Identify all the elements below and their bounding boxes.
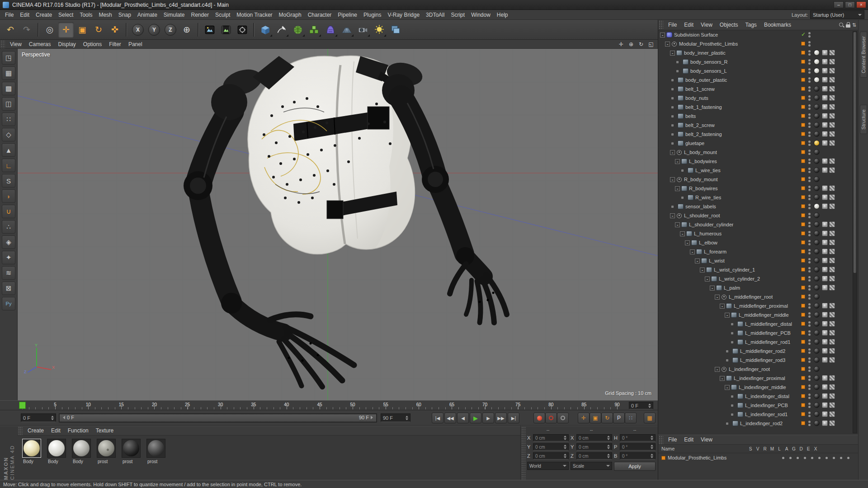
lock-x-axis-button[interactable]: X (130, 22, 146, 38)
layer-color-chip[interactable] (801, 177, 805, 181)
material-tag-icon[interactable] (814, 176, 820, 182)
redo-button[interactable]: ↷ (19, 22, 34, 38)
menu-snap[interactable]: Snap (115, 12, 134, 18)
material-tag-icon[interactable] (814, 393, 820, 399)
position-x-field[interactable]: 0 cm (533, 434, 569, 441)
uvw-tag-icon[interactable] (829, 68, 835, 74)
viewport-menu-panel[interactable]: Panel (125, 41, 146, 47)
position-z-field[interactable]: 0 cm (533, 452, 569, 460)
material-menu-texture[interactable]: Texture (92, 427, 117, 434)
uvw-tag-icon[interactable] (829, 122, 835, 128)
layer-color-chip[interactable] (801, 403, 805, 407)
menu-pipeline[interactable]: Pipeline (335, 12, 360, 18)
material-thumbnail[interactable] (122, 439, 141, 458)
layer-color-chip[interactable] (801, 249, 805, 253)
visibility-dots[interactable] (808, 294, 811, 300)
material-tag-icon[interactable] (814, 267, 820, 272)
workplane-lock-button[interactable]: ◈ (2, 235, 15, 249)
viewport-menu-view[interactable]: View (6, 41, 25, 47)
camera-zoom-icon[interactable]: ⊕ (627, 41, 635, 47)
spinner-icon[interactable] (406, 414, 408, 422)
material-item[interactable]: prost (122, 439, 142, 464)
phong-tag-icon[interactable] (822, 339, 828, 345)
layer-menu-file[interactable]: File (665, 436, 680, 443)
workplane-mode-button[interactable]: ◫ (2, 97, 15, 111)
material-thumbnail[interactable] (22, 439, 41, 458)
material-tag-icon[interactable] (814, 276, 820, 282)
go-to-previous-key-button[interactable]: ◀◀ (444, 413, 456, 423)
uvw-tag-icon[interactable] (829, 312, 835, 318)
timeline-range-slider[interactable]: 0 F 90 F (59, 413, 377, 422)
phong-tag-icon[interactable] (822, 95, 828, 101)
uvw-tag-icon[interactable] (829, 384, 835, 390)
material-tag-icon[interactable] (814, 258, 820, 263)
menu-3dtoall[interactable]: 3DToAll (423, 12, 448, 18)
menu-animate[interactable]: Animate (134, 12, 160, 18)
quantize-button[interactable]: ∴ (2, 220, 15, 234)
phong-tag-icon[interactable] (822, 321, 828, 327)
layer-toggle-r[interactable] (794, 453, 801, 462)
layer-toggle-x[interactable] (844, 453, 852, 462)
material-item[interactable]: Body (72, 439, 93, 464)
phong-tag-icon[interactable] (822, 68, 828, 74)
panel-grip[interactable] (658, 20, 663, 30)
object-row[interactable]: -L_wrist (658, 256, 858, 265)
range-end-handle[interactable]: 90 F (359, 415, 375, 420)
phong-tag-icon[interactable] (822, 185, 828, 191)
uvw-tag-icon[interactable] (829, 330, 835, 336)
material-tag-icon[interactable] (814, 357, 820, 363)
visibility-dots[interactable] (808, 366, 811, 372)
expander-icon[interactable]: - (725, 313, 730, 318)
expander-icon[interactable]: - (675, 159, 680, 164)
position-y-field[interactable]: 0 cm (533, 443, 569, 450)
layer-menu-edit[interactable]: Edit (680, 436, 697, 443)
menu-mesh[interactable]: Mesh (95, 12, 115, 18)
object-row[interactable]: -body_inner_plastic (658, 48, 858, 57)
material-tag-icon[interactable] (814, 212, 820, 218)
visibility-dots[interactable] (808, 330, 811, 336)
freehand-spline-button[interactable] (274, 22, 289, 38)
record-rotation-toggle[interactable]: ↻ (601, 413, 613, 423)
phong-tag-icon[interactable] (822, 258, 828, 263)
viewport-menu-options[interactable]: Options (80, 41, 105, 47)
object-row[interactable]: -L_middlefinger_proximal (658, 301, 858, 310)
material-tag-icon[interactable] (814, 158, 820, 164)
lock-button[interactable]: ⊠ (2, 282, 15, 295)
sort-icon[interactable]: ⇅ (852, 22, 856, 28)
undo-button[interactable]: ↶ (3, 22, 18, 38)
visibility-dots[interactable] (808, 150, 811, 155)
object-row[interactable]: L_indexfinger_rod1 (658, 410, 858, 419)
object-menu-bookmarks[interactable]: Bookmarks (760, 22, 795, 28)
object-menu-tags[interactable]: Tags (742, 22, 760, 28)
object-row[interactable]: L_indexfinger_PCB (658, 401, 858, 410)
object-row[interactable]: -L_indexfinger_root (658, 365, 858, 374)
object-row[interactable]: L_middlefinger_rod2 (658, 347, 858, 356)
layer-color-chip[interactable] (801, 313, 805, 317)
layer-color-chip[interactable] (801, 222, 805, 226)
add-cube-button[interactable] (258, 22, 273, 38)
menu-mograph[interactable]: MoGraph (276, 12, 305, 18)
layer-toggle-a[interactable] (816, 453, 823, 462)
add-camera-button[interactable] (355, 22, 371, 38)
phong-tag-icon[interactable] (822, 122, 828, 128)
phong-tag-icon[interactable] (822, 59, 828, 65)
material-tag-icon[interactable] (814, 230, 820, 236)
snap-toggle-button[interactable]: ∪ (2, 205, 15, 218)
object-row[interactable]: sensor_labels (658, 202, 858, 211)
uvw-tag-icon[interactable] (829, 113, 835, 119)
material-thumbnail[interactable] (97, 439, 116, 458)
expander-icon[interactable]: - (670, 213, 675, 218)
phong-tag-icon[interactable] (822, 140, 828, 146)
material-item[interactable]: prost (146, 439, 167, 464)
layer-toggle-v[interactable] (787, 453, 794, 462)
size-mode-dropdown[interactable]: Scale (571, 462, 612, 470)
maximize-button[interactable]: □ (845, 1, 855, 8)
layer-color-chip[interactable] (801, 385, 805, 389)
phong-tag-icon[interactable] (822, 348, 828, 354)
object-menu-file[interactable]: File (665, 22, 680, 28)
viewport-menu-cameras[interactable]: Cameras (25, 41, 55, 47)
material-tag-icon[interactable] (814, 131, 820, 137)
phong-tag-icon[interactable] (822, 77, 828, 83)
go-to-next-frame-button[interactable]: ▶ (482, 413, 494, 423)
object-row[interactable]: -L_palm (658, 283, 858, 292)
